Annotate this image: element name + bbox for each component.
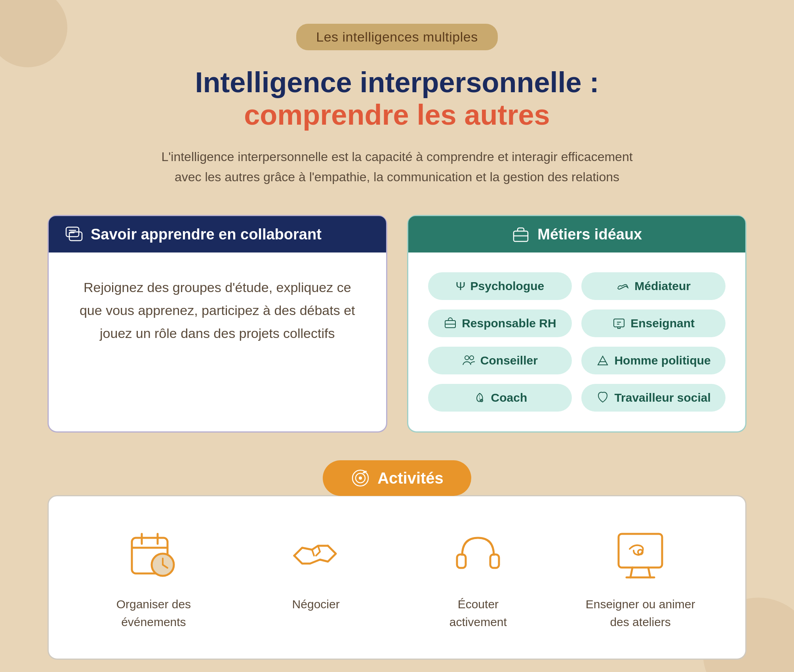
right-card: Métiers idéaux Ψ Psychologue Médiateur [407,215,747,433]
headphones-icon-wrapper [450,528,506,583]
left-card-title: Savoir apprendre en collaborant [91,226,322,243]
activity-label-listen: Écouteractivement [449,595,507,631]
group-icon [462,354,476,367]
handshake-icon [616,279,630,293]
target-icon [350,468,370,488]
job-label-enseignant: Enseignant [630,317,695,330]
coach-icon [473,391,486,404]
svg-rect-27 [619,534,662,568]
svg-point-29 [638,550,643,554]
rh-icon [444,317,457,330]
two-col-section: Savoir apprendre en collaborant Rejoigne… [48,215,746,433]
activities-section: Activités [48,460,746,660]
chat-icon [65,225,84,244]
job-label-psychologue: Psychologue [470,279,545,293]
activities-card: Organiser desévénements Négocier [48,495,746,660]
job-pill-coach: Coach [428,384,572,412]
decorative-circle-top-left [0,0,67,67]
headphones-icon [452,530,504,581]
left-card-header: Savoir apprendre en collaborant [49,216,386,252]
job-pill-conseiller: Conseiller [428,347,572,374]
activity-label-teach: Enseigner ou animerdes ateliers [586,595,695,631]
activity-item-negotiate: Négocier [243,528,389,613]
job-label-rh: Responsable RH [462,317,556,330]
workshop-icon-wrapper [613,528,668,583]
svg-point-12 [470,356,474,360]
right-card-header: Métiers idéaux [408,216,746,252]
job-pill-enseignant: Enseignant [581,309,725,337]
job-pill-politique: Homme politique [581,347,725,374]
svg-rect-26 [490,554,499,568]
job-label-social: Travailleur social [614,391,710,404]
politics-icon [596,354,609,367]
activity-label-events: Organiser desévénements [116,595,191,631]
left-card-body: Rejoignez des groupes d'étude, expliquez… [49,252,386,368]
title-line1: Intelligence interpersonnelle : [195,66,599,99]
left-card: Savoir apprendre en collaborant Rejoigne… [48,215,387,433]
teacher-icon [612,317,626,330]
subtitle: L'intelligence interpersonnelle est la c… [161,147,632,187]
title-line2: comprendre les autres [195,99,599,131]
activity-item-teach: Enseigner ou animerdes ateliers [567,528,714,631]
job-label-politique: Homme politique [614,354,710,367]
handshake-icon-wrapper [288,528,344,583]
activities-header-wrapper: Activités [48,460,746,496]
subtitle-line1: L'intelligence interpersonnelle est la c… [161,150,632,164]
left-card-text: Rejoignez des groupes d'étude, expliquez… [72,276,362,345]
top-badge: Les intelligences multiples [296,24,497,50]
svg-point-17 [359,476,362,480]
main-title: Intelligence interpersonnelle : comprend… [195,66,599,131]
job-label-coach: Coach [491,391,527,404]
svg-rect-25 [457,554,466,568]
job-label-mediateur: Médiateur [634,279,691,293]
top-badge-text: Les intelligences multiples [316,29,478,44]
calendar-icon-wrapper [126,528,181,583]
right-card-body: Ψ Psychologue Médiateur [408,252,746,431]
job-pill-psychologue: Ψ Psychologue [428,272,572,300]
job-pill-social: Travailleur social [581,384,725,412]
psi-icon: Ψ [455,279,465,293]
job-pill-mediateur: Médiateur [581,272,725,300]
subtitle-line2: avec les autres grâce à l'empathie, la c… [175,170,619,184]
svg-rect-8 [614,319,624,327]
briefcase-icon [511,225,530,244]
activities-badge-text: Activités [377,469,444,487]
activity-item-events: Organiser desévénements [80,528,227,631]
jobs-grid: Ψ Psychologue Médiateur [428,272,726,412]
handshake2-icon [290,530,342,581]
activities-grid: Organiser desévénements Négocier [80,528,714,631]
activity-item-listen: Écouteractivement [405,528,552,631]
svg-point-11 [465,356,469,360]
right-card-title: Métiers idéaux [537,226,642,243]
job-pill-rh: Responsable RH [428,309,572,337]
activities-badge: Activités [323,460,471,496]
workshop-icon [615,530,666,581]
social-icon [596,391,609,404]
activity-label-negotiate: Négocier [292,595,340,613]
calendar-clock-icon [128,530,179,581]
job-label-conseiller: Conseiller [480,354,538,367]
